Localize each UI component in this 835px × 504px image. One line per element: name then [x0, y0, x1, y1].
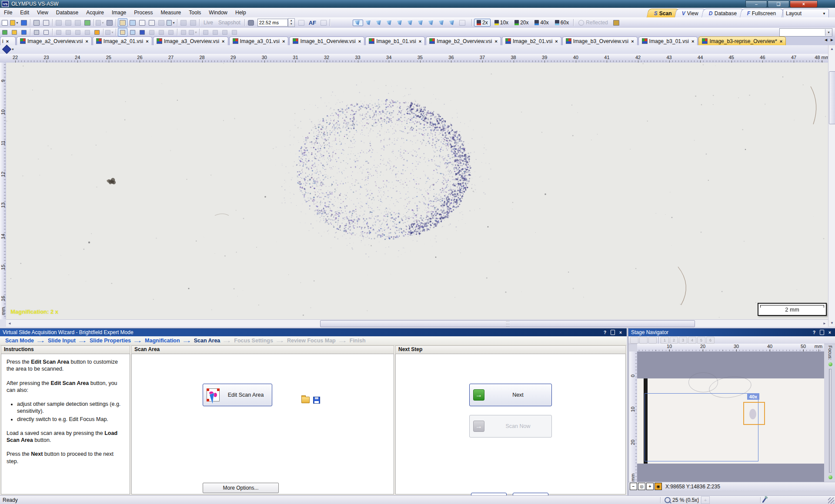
layout-dropdown[interactable]: Layout ▼: [783, 9, 829, 18]
close-tab-icon[interactable]: ×: [691, 39, 694, 44]
slide-image-canvas[interactable]: [6, 63, 828, 319]
close-tab-icon[interactable]: ×: [555, 39, 558, 44]
close-tab-icon[interactable]: ×: [85, 39, 88, 44]
menu-process[interactable]: Process: [130, 8, 157, 17]
close-tab-icon[interactable]: ×: [6, 39, 9, 44]
filter-dapi[interactable]: [374, 20, 384, 26]
wizard-step-magnification[interactable]: Magnification: [145, 338, 180, 344]
document-tab[interactable]: Image_b3-reprise_Overview*×: [698, 36, 786, 45]
scan-region-rectangle[interactable]: [645, 393, 758, 461]
wizard-step-scan-area[interactable]: Scan Area: [194, 338, 220, 344]
print-small-icon[interactable]: [32, 28, 41, 36]
close-tab-icon[interactable]: ×: [358, 39, 361, 44]
zoom-in-button[interactable]: +: [646, 483, 654, 490]
filter-fitc[interactable]: [385, 20, 394, 26]
pointer-icon[interactable]: [147, 19, 156, 27]
filter-dapi-25[interactable]: [427, 20, 436, 26]
gallery-icon[interactable]: [93, 28, 101, 36]
close-tab-icon[interactable]: ×: [780, 39, 782, 44]
zoom-out-button[interactable]: −: [630, 483, 637, 490]
document-tab[interactable]: Image_b1_01.vsi×: [365, 36, 425, 45]
mode-tab-fullscreen[interactable]: FFullscreen: [740, 9, 784, 17]
menu-measure[interactable]: Measure: [157, 8, 185, 17]
current-view-rectangle[interactable]: [743, 402, 765, 425]
help-icon[interactable]: ?: [601, 329, 608, 335]
vertical-scroll-thumb[interactable]: [829, 71, 835, 124]
menu-file[interactable]: File: [0, 8, 16, 17]
document-tab[interactable]: Image_b1_Overview.vsi×: [289, 36, 364, 45]
wizard-step-scan-mode[interactable]: Scan Mode: [5, 338, 34, 344]
restore-button[interactable]: ❏: [768, 0, 789, 8]
rect-select-icon[interactable]: [138, 19, 147, 27]
document-tab[interactable]: Image_b2_Overview.vsi×: [426, 36, 501, 45]
objective-20x[interactable]: 20x: [512, 19, 531, 26]
menu-image[interactable]: Image: [108, 8, 130, 17]
zoom-in-icon[interactable]: [128, 19, 137, 27]
menu-view[interactable]: View: [33, 8, 52, 17]
scroll-left-icon[interactable]: ◄: [6, 320, 13, 326]
horizontal-scrollbar[interactable]: ◄ ►: [6, 319, 828, 327]
close-tab-icon[interactable]: ×: [631, 39, 634, 44]
new-document-icon[interactable]: [0, 19, 9, 27]
scroll-up-icon[interactable]: ▲: [828, 45, 835, 52]
filter-tritc[interactable]: [395, 20, 405, 26]
document-tab[interactable]: Image_a2_01.vsi×: [93, 36, 152, 45]
overflow-chevron-icon[interactable]: [105, 19, 114, 27]
document-tab[interactable]: Image_b3_01.vsi×: [638, 36, 698, 45]
measure-tool-icon[interactable]: ▼: [167, 19, 175, 27]
objective-10x[interactable]: 10x: [492, 19, 511, 26]
load-scan-area-icon[interactable]: [301, 397, 310, 403]
scroll-right-icon[interactable]: ►: [821, 320, 828, 326]
objective-60x[interactable]: 60x: [553, 19, 571, 26]
save-scan-area-icon[interactable]: [313, 397, 320, 404]
document-tab-partial[interactable]: i×: [0, 36, 16, 45]
scroll-down-icon[interactable]: ▼: [828, 319, 835, 326]
objective-2x[interactable]: 2x: [474, 19, 491, 27]
navigation-diamond-icon[interactable]: [2, 45, 11, 54]
focus-slider[interactable]: [829, 369, 832, 473]
filter-bf[interactable]: [353, 20, 363, 26]
document-tab[interactable]: Image_a3_Overview.vsi×: [153, 36, 228, 45]
print-icon[interactable]: [32, 19, 41, 27]
vertical-scrollbar[interactable]: ▲ ▼: [828, 45, 835, 326]
resize-grip[interactable]: [828, 497, 834, 504]
filter-tritc-5[interactable]: [448, 20, 457, 26]
filter-cy5[interactable]: [406, 20, 415, 26]
quick-select-combobox[interactable]: ▼: [779, 28, 832, 36]
save-icon[interactable]: [20, 19, 28, 27]
wizard-step-slide-input[interactable]: Slide Input: [48, 338, 76, 344]
close-tab-icon[interactable]: ×: [222, 39, 224, 44]
pan-hand-icon[interactable]: [118, 18, 127, 27]
document-tab[interactable]: Image_a2_Overview.vsi×: [17, 36, 92, 45]
edit-scan-area-button[interactable]: Edit Scan Area: [203, 384, 272, 406]
tab-scroll-right-icon[interactable]: ►: [830, 37, 834, 42]
magnifier-small-icon[interactable]: [128, 28, 137, 36]
filter-dapi_50[interactable]: [416, 20, 426, 26]
annotate-icon[interactable]: [138, 28, 147, 36]
more-options-button[interactable]: More Options...: [203, 483, 279, 493]
close-tab-icon[interactable]: ×: [282, 39, 285, 44]
exposure-spinner[interactable]: ▲▼: [288, 18, 295, 27]
hand-small-icon[interactable]: [118, 28, 127, 36]
pin-icon[interactable]: [609, 329, 616, 335]
camera-icon[interactable]: [247, 19, 255, 27]
menu-database[interactable]: Database: [52, 8, 82, 17]
insert-image-icon[interactable]: [83, 19, 92, 27]
tab-scroll-left-icon[interactable]: ◄: [824, 37, 828, 42]
document-tab[interactable]: Image_b3_Overview.vsi×: [562, 36, 638, 45]
menu-window[interactable]: Window: [205, 8, 231, 17]
snapshot-button[interactable]: Snapshot: [218, 20, 240, 26]
exposure-input[interactable]: [257, 19, 288, 27]
document-tab[interactable]: Image_b2_01.vsi×: [502, 36, 561, 45]
center-stage-button[interactable]: ◉: [655, 483, 662, 490]
pipette-icon[interactable]: [762, 497, 766, 503]
help-icon[interactable]: ?: [811, 329, 818, 335]
db-insert-icon[interactable]: [0, 28, 9, 36]
close-tab-icon[interactable]: ×: [419, 39, 421, 44]
wizard-step-slide-properties[interactable]: Slide Properties: [90, 338, 131, 344]
print-preview-icon[interactable]: [42, 28, 50, 36]
minimize-button[interactable]: –: [745, 0, 767, 8]
zoom-fit-button[interactable]: ◎: [638, 483, 645, 490]
next-button[interactable]: → Next: [469, 384, 552, 406]
close-tab-icon[interactable]: ×: [494, 39, 497, 44]
